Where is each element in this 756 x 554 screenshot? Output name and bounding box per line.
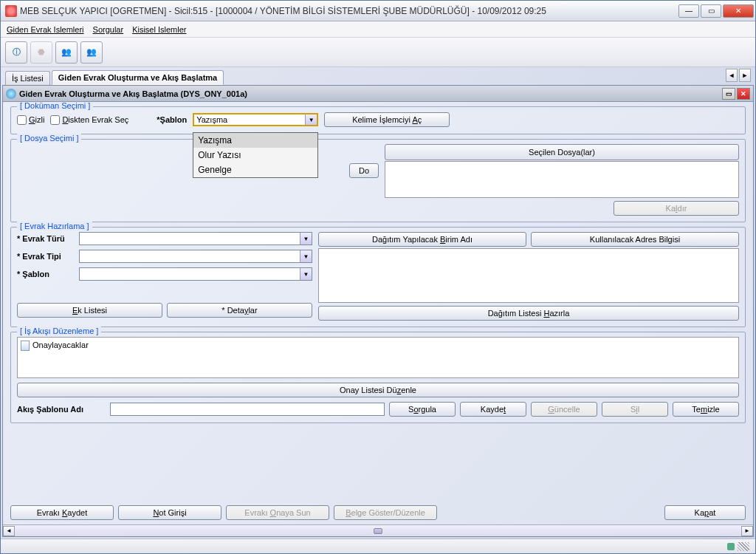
onay-listesi-duzenle-button[interactable]: Onay Listesi Düzenle [17,383,739,397]
tab-giden-evrak[interactable]: Giden Evrak Oluşturma ve Akış Başlatma [52,70,224,85]
dagitim-hazirla-label: Dağıtım Listesi Hazırla [488,309,570,318]
fieldset-is-akisi: [ İş Akışı Düzenleme ] Onaylayacaklar On… [10,332,746,423]
belge-goster-label: Belge Göster/Düzenle [346,508,425,517]
dagitim-birim-button[interactable]: Dağıtım Yapılacak Birim Adı [318,232,526,247]
guncelle-label: Güncelle [548,405,580,414]
kaydet-label: Kaydet [481,405,506,414]
scroll-right-button[interactable]: ► [741,526,753,536]
sablon-option-olur-yazisi[interactable]: Olur Yazısı [193,148,317,163]
diskten-checkbox-wrap: Diskten Evrak Seç [50,115,128,125]
dosya-sec-label-partial: Do [359,166,369,175]
subwindow-restore-button[interactable]: ▭ [722,88,735,100]
guncelle-button[interactable]: Güncelle [531,402,597,417]
menu-sorgular[interactable]: Sorgular [93,25,124,34]
dagitim-listbox[interactable] [318,248,739,303]
gizli-checkbox-wrap: Gizli [17,115,44,125]
kaldir-button[interactable]: Kaldır [614,201,739,216]
ek-listesi-button[interactable]: Ek Listesi [17,303,162,318]
dosya-sec-button[interactable]: Do [349,163,379,178]
subwindow-close-button[interactable]: ✕ [737,88,750,100]
legend-dokuman-secimi: [ Doküman Seçimi ] [17,102,93,110]
temizle-button[interactable]: Temizle [673,402,739,417]
gizli-checkbox[interactable] [17,115,27,125]
resize-grip-icon[interactable] [738,542,749,551]
window-title: MEB SELÇUK YAPICI [OGRETMEN] - Sicil:515… [20,6,677,16]
sorgula-label: Sorgula [408,405,436,414]
onaylayacaklar-tree[interactable]: Onaylayacaklar [17,337,739,378]
chevron-down-icon: ▼ [305,114,317,125]
evrak-turu-combo[interactable]: ▼ [79,232,312,245]
sablon-option-yazisma[interactable]: Yazışma [193,133,317,148]
toolbar-stop-button[interactable]: ⬣ [30,41,52,64]
toolbar-users-alt-button[interactable]: 👥 [80,41,103,64]
tab-prev-button[interactable]: ◄ [726,69,738,82]
close-button[interactable]: ✕ [723,4,754,18]
sablon-option-genelge[interactable]: Genelge [193,163,317,177]
horizontal-scrollbar[interactable]: ◄ ► [3,524,753,536]
ek-listesi-label: Ek Listesi [72,306,107,315]
titlebar: MEB SELÇUK YAPICI [OGRETMEN] - Sicil:515… [1,1,755,21]
minimize-button[interactable]: — [678,4,699,18]
bottom-button-row: Evrakı Kaydet Not Girişi Evrakı Onaya Su… [3,501,753,524]
secilen-dosya-listbox[interactable] [385,161,739,198]
java-icon [5,5,17,17]
diskten-label: Diskten Evrak Seç [62,115,128,124]
temizle-label: Temizle [692,405,719,414]
menu-kisisel[interactable]: Kisisel Islemler [132,25,186,34]
scroll-thumb[interactable] [374,528,382,534]
window-controls: — ▭ ✕ [677,4,754,18]
status-indicator-icon [727,543,735,550]
not-girisi-label: Not Girişi [153,508,186,517]
kelime-islemci-button[interactable]: Kelime İşlemciyi Aç [324,112,450,127]
sil-button[interactable]: Sil [602,402,668,417]
kaydet-button[interactable]: Kaydet [460,402,526,417]
content-area: İş Listesi Giden Evrak Oluşturma ve Akış… [1,67,755,538]
evrak-tipi-label: * Evrak Tipi [17,252,75,261]
dagitim-birim-label: Dağıtım Yapılacak Birim Adı [372,235,472,244]
onaylayacaklar-label: Onaylayacaklar [32,341,89,349]
toolbar: ⓘ ⬣ 👥 👥 [1,38,755,67]
document-icon [21,341,30,351]
adres-bilgisi-button[interactable]: Kullanılacak Adres Bilgisi [531,232,739,247]
maximize-button[interactable]: ▭ [701,4,721,18]
evrak-tipi-combo[interactable]: ▼ [79,250,312,263]
users-pink-icon: 👥 [86,47,97,57]
chevron-down-icon: ▼ [300,233,312,244]
tab-is-listesi[interactable]: İş Listesi [5,71,50,85]
fieldset-dosya-secimi: [ Dosya Seçimi ] Do Seçilen Dosya(lar) [10,139,746,222]
dagitim-hazirla-button[interactable]: Dağıtım Listesi Hazırla [318,306,739,321]
diskten-checkbox[interactable] [50,115,60,125]
subwindow-title: Giden Evrak Oluşturma ve Akış Başlatma (… [19,89,247,98]
evraki-kaydet-label: Evrakı Kaydet [37,508,88,517]
sablon-combo[interactable]: Yazışma ▼ [193,113,318,126]
not-girisi-button[interactable]: Not Girişi [118,505,221,520]
stop-icon: ⬣ [38,47,45,57]
detaylar-button[interactable]: * Detaylar [167,303,312,318]
belge-goster-button[interactable]: Belge Göster/Düzenle [334,505,437,520]
sablon-combo-value: Yazışma [196,115,227,124]
evrak-sablon-combo[interactable]: ▼ [79,267,312,281]
scroll-left-button[interactable]: ◄ [3,526,15,536]
subwindow-icon [6,89,16,99]
evrak-turu-label: * Evrak Türü [17,234,75,243]
subwindow: Giden Evrak Oluşturma ve Akış Başlatma (… [2,85,754,537]
chevron-down-icon: ▼ [300,268,312,280]
secilen-dosya-header: Seçilen Dosya(lar) [385,144,739,160]
menu-giden-evrak[interactable]: Giden Evrak Islemleri [7,25,84,34]
toolbar-users-button[interactable]: 👥 [55,41,78,64]
fieldset-evrak-hazirlama: [ Evrak Hazırlama ] * Evrak Türü ▼ * Evr… [10,227,746,327]
evraki-onaya-sun-button[interactable]: Evrakı Onaya Sun [226,505,329,520]
sorgula-button[interactable]: Sorgula [389,402,456,417]
users-icon: 👥 [61,47,72,57]
toolbar-info-button[interactable]: ⓘ [5,41,27,64]
fieldset-dokuman-secimi: [ Doküman Seçimi ] Gizli Diskten Evrak S… [10,106,746,134]
gizli-label: Gizli [29,115,44,124]
tab-row: İş Listesi Giden Evrak Oluşturma ve Akış… [2,69,754,85]
evraki-kaydet-button[interactable]: Evrakı Kaydet [10,505,114,520]
tab-next-button[interactable]: ► [739,69,751,82]
kapat-label: Kapat [695,508,716,517]
akis-sablonu-adi-input[interactable] [110,403,385,416]
kapat-button[interactable]: Kapat [664,505,746,520]
menubar: Giden Evrak Islemleri Sorgular Kisisel I… [1,21,755,38]
info-icon: ⓘ [13,47,21,58]
